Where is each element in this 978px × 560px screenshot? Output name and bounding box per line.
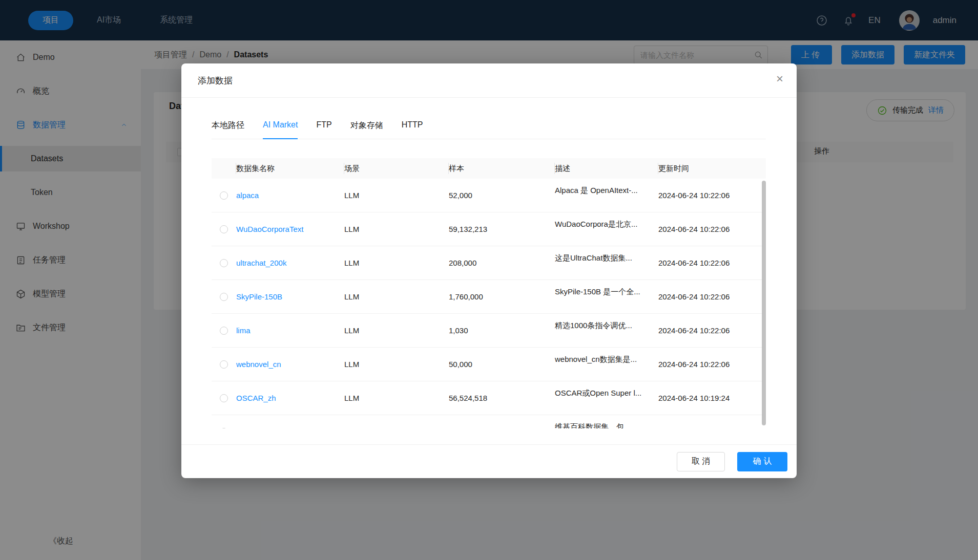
table-scrollbar[interactable] bbox=[762, 181, 766, 425]
dataset-samples: 1,030 bbox=[449, 326, 555, 335]
tab-ai-market[interactable]: AI Market bbox=[263, 120, 298, 139]
dataset-name-link[interactable]: WuDaoCorporaText bbox=[236, 225, 344, 233]
dataset-description: webnovel_cn数据集是... bbox=[555, 355, 658, 364]
dataset-samples: 59,132,213 bbox=[449, 225, 555, 233]
cancel-button[interactable]: 取 消 bbox=[677, 452, 725, 471]
dataset-name-link[interactable]: ultrachat_200k bbox=[236, 259, 344, 267]
close-icon[interactable]: × bbox=[776, 73, 783, 85]
dataset-name-link[interactable]: alpaca bbox=[236, 191, 344, 200]
dataset-description: 维基百科数据集，包 bbox=[555, 422, 658, 428]
table-row[interactable]: lima LLM 1,030 精选1000条指令调优... 2024-06-24… bbox=[212, 314, 766, 348]
confirm-button[interactable]: 确 认 bbox=[737, 452, 787, 471]
column-header-samples: 样本 bbox=[449, 158, 555, 179]
row-radio[interactable] bbox=[220, 225, 228, 233]
dataset-samples: 50,000 bbox=[449, 360, 555, 369]
dataset-table-header: 数据集名称 场景 样本 描述 更新时间 bbox=[212, 158, 766, 179]
dataset-description: 精选1000条指令调优... bbox=[555, 321, 658, 331]
modal-footer: 取 消 确 认 bbox=[181, 444, 797, 478]
column-header-scene: 场景 bbox=[344, 158, 449, 179]
dataset-table: 数据集名称 场景 样本 描述 更新时间 alpaca LLM 52,000 Al… bbox=[212, 158, 766, 428]
tab-ftp[interactable]: FTP bbox=[316, 120, 331, 139]
column-header-updated: 更新时间 bbox=[658, 158, 766, 179]
dataset-samples: 208,000 bbox=[449, 259, 555, 267]
dataset-scene: LLM bbox=[344, 360, 449, 369]
dataset-samples: 56,524,518 bbox=[449, 394, 555, 402]
dataset-description: SkyPile-150B 是一个全... bbox=[555, 287, 658, 297]
row-radio[interactable] bbox=[220, 327, 228, 335]
dataset-updated: 2024-06-24 10:22:06 bbox=[658, 292, 766, 301]
table-row[interactable]: webnovel_cn LLM 50,000 webnovel_cn数据集是..… bbox=[212, 348, 766, 381]
app-screen: 项目 AI市场 系统管理 EN admin Demo 概览 bbox=[0, 0, 978, 560]
add-data-modal: 添加数据 × 本地路径 AI Market FTP 对象存储 HTTP 数据集名… bbox=[181, 63, 797, 478]
dataset-name-link[interactable]: OSCAR_zh bbox=[236, 394, 344, 402]
modal-title: 添加数据 bbox=[198, 75, 233, 87]
column-header-description: 描述 bbox=[555, 158, 658, 179]
table-row[interactable]: ultrachat_200k LLM 208,000 这是UltraChat数据… bbox=[212, 246, 766, 280]
row-radio[interactable] bbox=[220, 360, 228, 369]
dataset-name-link[interactable]: SkyPile-150B bbox=[236, 292, 344, 301]
tab-local-path[interactable]: 本地路径 bbox=[212, 120, 244, 139]
dataset-description: 这是UltraChat数据集... bbox=[555, 253, 658, 263]
dataset-name-link[interactable]: lima bbox=[236, 326, 344, 335]
table-row[interactable]: WuDaoCorporaText LLM 59,132,213 WuDaoCor… bbox=[212, 212, 766, 246]
dataset-scene: LLM bbox=[344, 326, 449, 335]
dataset-scene: LLM bbox=[344, 225, 449, 233]
modal-tabs: 本地路径 AI Market FTP 对象存储 HTTP bbox=[212, 120, 766, 139]
dataset-scene: LLM bbox=[344, 292, 449, 301]
modal-header: 添加数据 × bbox=[181, 63, 797, 98]
row-radio[interactable] bbox=[220, 394, 228, 402]
table-row-partial[interactable]: 维基百科数据集，包 bbox=[212, 415, 766, 428]
dataset-updated: 2024-06-24 10:22:06 bbox=[658, 360, 766, 369]
dataset-description: WuDaoCorpora是北京... bbox=[555, 220, 658, 229]
dataset-updated: 2024-06-24 10:19:24 bbox=[658, 394, 766, 402]
dataset-samples: 52,000 bbox=[449, 191, 555, 200]
tab-object-storage[interactable]: 对象存储 bbox=[350, 120, 383, 139]
dataset-name-link[interactable]: webnovel_cn bbox=[236, 360, 344, 369]
column-header-name: 数据集名称 bbox=[236, 158, 344, 179]
table-row[interactable]: OSCAR_zh LLM 56,524,518 OSCAR或Open Super… bbox=[212, 381, 766, 415]
radio-column-header bbox=[212, 158, 236, 179]
dataset-updated: 2024-06-24 10:22:06 bbox=[658, 326, 766, 335]
dataset-updated: 2024-06-24 10:22:06 bbox=[658, 259, 766, 267]
table-row[interactable]: SkyPile-150B LLM 1,760,000 SkyPile-150B … bbox=[212, 280, 766, 314]
dataset-scene: LLM bbox=[344, 394, 449, 402]
dataset-description: OSCAR或Open Super l... bbox=[555, 389, 658, 398]
dataset-updated: 2024-06-24 10:22:06 bbox=[658, 225, 766, 233]
dataset-scene: LLM bbox=[344, 191, 449, 200]
dataset-table-body: alpaca LLM 52,000 Alpaca 是 OpenAItext-..… bbox=[212, 179, 766, 428]
row-radio[interactable] bbox=[220, 191, 228, 200]
table-row[interactable]: alpaca LLM 52,000 Alpaca 是 OpenAItext-..… bbox=[212, 179, 766, 212]
row-radio[interactable] bbox=[220, 259, 228, 267]
row-radio[interactable] bbox=[220, 293, 228, 301]
dataset-samples: 1,760,000 bbox=[449, 292, 555, 301]
dataset-scene: LLM bbox=[344, 259, 449, 267]
dataset-description: Alpaca 是 OpenAItext-... bbox=[555, 186, 658, 196]
tab-http[interactable]: HTTP bbox=[402, 120, 423, 139]
dataset-updated: 2024-06-24 10:22:06 bbox=[658, 191, 766, 200]
row-radio[interactable] bbox=[220, 428, 228, 429]
